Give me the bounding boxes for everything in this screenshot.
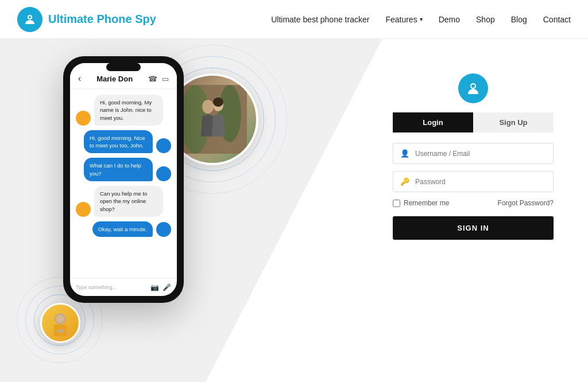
phone-video-icon: ▭	[162, 75, 169, 83]
remember-me-label: Remember me	[393, 199, 449, 207]
password-input[interactable]	[415, 178, 546, 186]
svg-point-5	[202, 100, 214, 114]
phone-contact-name: Marie Don	[96, 75, 133, 83]
phone-screen: ‹ Marie Don ☎ ▭ Hi, good morning. My nam…	[70, 63, 177, 296]
message-4: Can you help me to open the my online sh…	[76, 186, 171, 217]
username-field: 👤	[393, 143, 554, 164]
login-panel: Login Sign Up 👤 🔑 Remember me Forgot Pas…	[393, 73, 554, 240]
logo-text: Ultimate Phone Spy	[48, 13, 156, 26]
svg-point-10	[56, 315, 64, 323]
navbar: Ultimate Phone Spy Ultimate best phone t…	[0, 0, 588, 39]
logo[interactable]: Ultimate Phone Spy	[17, 7, 156, 32]
nav-link-shop[interactable]: Shop	[476, 15, 495, 24]
lock-icon: 🔑	[400, 177, 409, 186]
phone-mockup: ‹ Marie Don ☎ ▭ Hi, good morning. My nam…	[63, 56, 184, 303]
forgot-password-link[interactable]: Forgot Password?	[498, 199, 554, 207]
message-1: Hi, good morning. My name is John. nice …	[76, 95, 171, 126]
username-input[interactable]	[415, 150, 546, 158]
login-tabs: Login Sign Up	[393, 112, 554, 132]
nav-link-tracker[interactable]: Ultimate best phone tracker	[271, 15, 369, 24]
mic-icon: 🎤	[163, 283, 171, 291]
chevron-down-icon: ▾	[420, 16, 423, 22]
phone-action-icons: ☎ ▭	[148, 75, 169, 83]
bubble-4: Can you help me to open the my online sh…	[94, 186, 163, 217]
logo-icon	[17, 7, 42, 32]
login-logo-icon	[458, 73, 488, 103]
phone-input-placeholder: Type something...	[76, 284, 146, 290]
login-options-row: Remember me Forgot Password?	[393, 199, 554, 207]
tab-login[interactable]: Login	[393, 112, 473, 132]
avatar-blue-3	[156, 222, 171, 237]
nav-features-dropdown[interactable]: Features ▾	[385, 15, 422, 24]
phone-call-icon: ☎	[148, 75, 157, 83]
svg-rect-11	[57, 329, 64, 333]
camera-icon: 📷	[150, 283, 159, 291]
nav-link-contact[interactable]: Contact	[543, 15, 571, 24]
phone-back-icon: ‹	[78, 73, 81, 84]
nav-links: Ultimate best phone tracker Features ▾ D…	[271, 15, 571, 24]
phone-messages: Hi, good morning. My name is John. nice …	[70, 89, 177, 278]
tab-signup[interactable]: Sign Up	[473, 112, 554, 132]
svg-point-13	[471, 84, 475, 88]
user-icon: 👤	[400, 149, 409, 158]
signin-button[interactable]: SIGN IN	[393, 216, 554, 240]
remember-me-checkbox[interactable]	[393, 200, 400, 207]
phone-input-icons: 📷 🎤	[150, 283, 171, 291]
phone-notch	[106, 63, 141, 71]
bubble-2: Hi, good morning. Nice to meet you too, …	[84, 130, 153, 154]
avatar-orange-2	[76, 202, 91, 217]
svg-point-7	[213, 98, 223, 107]
nav-link-blog[interactable]: Blog	[511, 15, 527, 24]
message-5: Okay, wait a minute.	[76, 221, 171, 237]
hero-section: ‹ Marie Don ☎ ▭ Hi, good morning. My nam…	[0, 39, 588, 382]
phone-body: ‹ Marie Don ☎ ▭ Hi, good morning. My nam…	[63, 56, 184, 303]
avatar-blue-1	[156, 138, 171, 153]
phone-input-bar: Type something... 📷 🎤	[70, 278, 177, 296]
message-3: What can I do to help you?	[76, 158, 171, 181]
nav-link-demo[interactable]: Demo	[439, 15, 460, 24]
avatar-blue-2	[156, 166, 171, 181]
password-field: 🔑	[393, 171, 554, 192]
bubble-1: Hi, good morning. My name is John. nice …	[94, 95, 163, 126]
message-2: Hi, good morning. Nice to meet you too, …	[76, 130, 171, 154]
bubble-5: Okay, wait a minute.	[92, 221, 153, 237]
avatar-orange	[76, 111, 91, 126]
svg-point-1	[29, 16, 31, 18]
avatar-small	[40, 303, 80, 343]
bubble-3: What can I do to help you?	[84, 158, 153, 181]
